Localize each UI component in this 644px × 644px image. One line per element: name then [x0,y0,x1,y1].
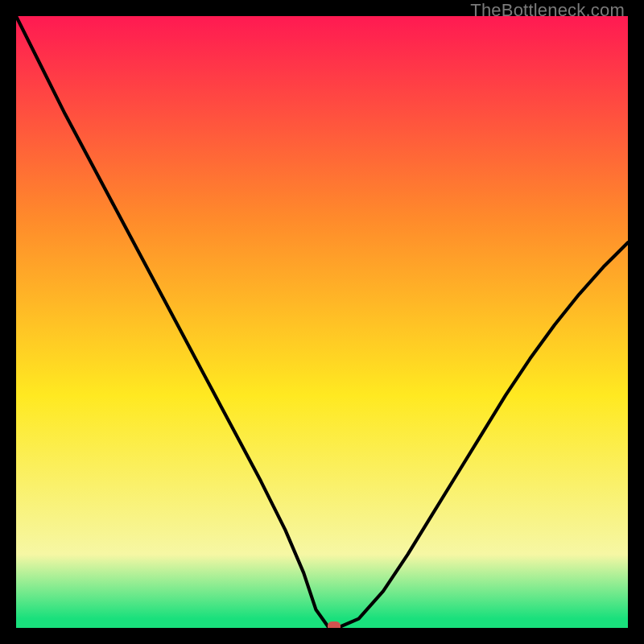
minimum-marker [328,621,341,628]
background-gradient [16,16,628,628]
plot-area [16,16,628,628]
chart-frame: TheBottleneck.com [0,0,644,644]
svg-rect-0 [16,16,628,628]
